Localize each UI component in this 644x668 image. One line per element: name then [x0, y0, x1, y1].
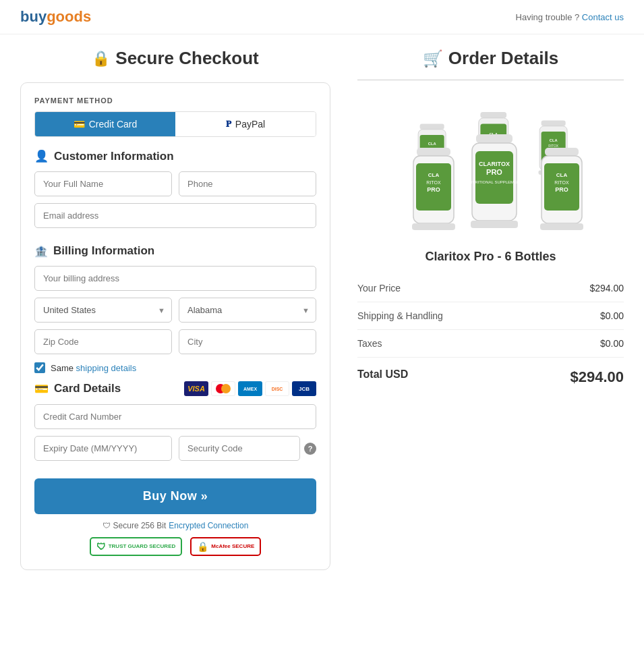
city-field-wrapper — [179, 329, 316, 354]
zip-input[interactable] — [34, 329, 172, 354]
trust-badges: 🛡 TRUST GUARD SECURED 🔒 McAfee SECURE — [34, 537, 316, 556]
divider — [357, 80, 624, 80]
svg-text:PRO: PRO — [427, 186, 440, 193]
payment-tabs: 💳 Credit Card 𝐏 PayPal — [34, 111, 316, 137]
billing-info-title: 🏦 Billing Information — [34, 244, 316, 258]
top-bar: buygoods Having trouble ? Contact us — [0, 0, 644, 34]
svg-rect-35 — [545, 148, 579, 156]
state-select[interactable]: Alabama Alaska Arizona California — [179, 298, 316, 323]
total-label: Total USD — [357, 368, 408, 386]
cart-icon: 🛒 — [423, 49, 443, 68]
svg-text:RITOX: RITOX — [426, 180, 441, 185]
right-panel: 🛒 Order Details CLA RITOX PRO — [357, 48, 624, 570]
person-icon: 👤 — [34, 149, 49, 163]
country-select-wrapper: United States Canada United Kingdom ▼ — [34, 298, 172, 323]
svg-rect-0 — [419, 124, 444, 130]
svg-text:PRO: PRO — [486, 168, 502, 176]
your-price-label: Your Price — [357, 283, 401, 294]
expiry-wrapper — [34, 436, 172, 461]
shield-check-icon: 🛡 — [96, 541, 106, 552]
checkout-card: PAYMENT METHOD 💳 Credit Card 𝐏 PayPal 👤 … — [20, 82, 330, 570]
expiry-security-row: ? — [34, 436, 316, 461]
svg-text:RITOX: RITOX — [548, 144, 559, 148]
mcafee-icon: 🔒 — [197, 541, 208, 552]
credit-card-icon: 💳 — [74, 119, 85, 130]
svg-rect-30 — [475, 151, 513, 204]
customer-info-title: 👤 Customer Information — [34, 149, 316, 163]
shipping-label: Shipping & Handling — [357, 310, 443, 321]
country-select[interactable]: United States Canada United Kingdom — [34, 298, 172, 323]
security-help-icon[interactable]: ? — [304, 443, 316, 455]
payment-method-label: PAYMENT METHOD — [34, 96, 316, 105]
svg-text:CLA: CLA — [556, 172, 567, 178]
zip-city-row — [34, 329, 316, 354]
same-shipping-row: Same shipping details — [34, 362, 316, 373]
page-title: 🔒 Secure Checkout — [20, 48, 330, 69]
svg-rect-27 — [412, 223, 455, 230]
contact-link[interactable]: Contact us — [582, 12, 624, 22]
security-code-input[interactable] — [179, 436, 300, 461]
svg-text:PRO: PRO — [555, 186, 568, 193]
svg-rect-28 — [476, 134, 513, 143]
logo: buygoods — [20, 8, 91, 26]
paypal-icon: 𝐏 — [226, 119, 231, 130]
product-name: Claritox Pro - 6 Bottles — [357, 250, 624, 264]
svg-rect-34 — [471, 221, 518, 228]
zip-field-wrapper — [34, 329, 172, 354]
same-shipping-checkbox[interactable] — [34, 362, 45, 373]
amex-icon: AMEX — [238, 381, 262, 396]
product-bottles-svg: CLA RITOX PRO CLA RITOX PRO — [390, 94, 592, 242]
svg-rect-7 — [541, 121, 565, 126]
svg-rect-41 — [540, 223, 583, 230]
state-select-wrapper: Alabama Alaska Arizona California ▼ — [179, 298, 316, 323]
card-details-header: 💳 Card Details VISA AMEX DISC JCB — [34, 381, 316, 396]
left-panel: 🔒 Secure Checkout PAYMENT METHOD 💳 Credi… — [20, 48, 330, 570]
full-name-input[interactable] — [34, 171, 172, 196]
secure-connection-text: 🛡 Secure 256 Bit Encrypted Connection — [34, 521, 316, 530]
svg-rect-14 — [480, 112, 506, 118]
svg-text:CLARITOX: CLARITOX — [479, 161, 510, 167]
billing-section: 🏦 Billing Information United States Cana… — [34, 244, 316, 373]
city-input[interactable] — [179, 329, 316, 354]
mastercard-icon — [211, 381, 235, 396]
logo-goods: goods — [47, 8, 91, 25]
svg-text:CLA: CLA — [549, 138, 557, 142]
same-shipping-label: Same shipping details — [51, 363, 136, 373]
security-row: ? — [179, 436, 316, 461]
expiry-input[interactable] — [34, 436, 172, 461]
total-row: Total USD $294.00 — [357, 358, 624, 394]
paypal-tab[interactable]: 𝐏 PayPal — [175, 112, 316, 136]
card-details-title: 💳 Card Details — [34, 382, 121, 396]
billing-icon: 🏦 — [34, 245, 48, 258]
discover-icon: DISC — [265, 381, 289, 396]
taxes-value: $0.00 — [600, 338, 624, 349]
cc-number-input[interactable] — [34, 404, 316, 429]
phone-input[interactable] — [179, 171, 316, 196]
jcb-icon: JCB — [292, 381, 316, 396]
shipping-value: $0.00 — [600, 310, 624, 321]
card-icons: VISA AMEX DISC JCB — [184, 381, 316, 396]
your-price-value: $294.00 — [589, 283, 624, 294]
credit-card-tab[interactable]: 💳 Credit Card — [35, 112, 175, 136]
phone-field-wrapper — [179, 171, 316, 196]
your-price-row: Your Price $294.00 — [357, 275, 624, 302]
name-phone-row — [34, 171, 316, 196]
shield-icon: 🛡 — [103, 521, 111, 530]
trouble-text: Having trouble ? Contact us — [516, 12, 624, 22]
email-input[interactable] — [34, 203, 316, 228]
buy-now-button[interactable]: Buy Now » — [34, 478, 316, 514]
svg-text:CLA: CLA — [428, 142, 436, 146]
card-icon: 💳 — [34, 382, 49, 396]
svg-text:NUTRITIONAL SUPPLEMENT: NUTRITIONAL SUPPLEMENT — [466, 180, 521, 184]
shipping-details-link[interactable]: shipping details — [76, 363, 137, 373]
logo-buy: buy — [20, 8, 47, 25]
taxes-row: Taxes $0.00 — [357, 330, 624, 358]
security-wrapper: ? — [179, 436, 316, 461]
trust-guard-badge: 🛡 TRUST GUARD SECURED — [90, 537, 183, 556]
shipping-row: Shipping & Handling $0.00 — [357, 302, 624, 330]
visa-icon: VISA — [184, 381, 208, 396]
billing-address-input[interactable] — [34, 266, 316, 291]
svg-text:CLA: CLA — [428, 172, 439, 178]
encrypted-connection-link[interactable]: Encrypted Connection — [169, 521, 248, 530]
product-image: CLA RITOX PRO CLA RITOX PRO — [357, 94, 624, 244]
